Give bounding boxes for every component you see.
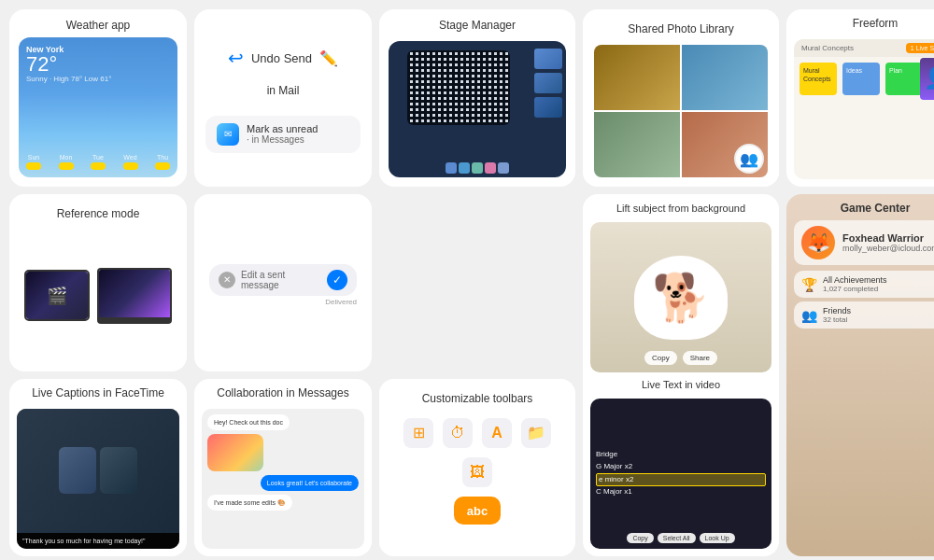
- achievements-count: 1,027 completed: [823, 285, 887, 293]
- game-center-friends-row: 👥 Friends 32 total: [794, 301, 934, 329]
- mail-feature-row: ✉ Mark as unread · in Messages: [205, 116, 361, 153]
- toolbar-icons-row: ⊞ ⏱ A 📁 🖼: [390, 414, 564, 491]
- dock-icon-3: [472, 162, 483, 174]
- cancel-edit-btn[interactable]: ✕: [219, 272, 235, 288]
- game-center-avatar: 🦊: [801, 226, 835, 259]
- video-text-content: Bridge G Major x2 e minor x2 C Major x1: [590, 443, 771, 504]
- friends-count: 32 total: [823, 315, 851, 324]
- monitor-content: 🎬: [47, 286, 67, 306]
- edit-icon: ✏️: [319, 49, 338, 67]
- facetime-main-video: [17, 409, 179, 533]
- photo-grid-1: [594, 45, 680, 110]
- facetime-person-1: [59, 447, 96, 494]
- in-messages-label: · in Messages: [247, 134, 318, 145]
- video-copy-btn[interactable]: Copy: [627, 533, 653, 543]
- video-text-toolbar: Copy Select All Look Up: [627, 533, 734, 543]
- message-image: [207, 434, 263, 471]
- freeform-preview: Mural Concepts 1 Live Sync Mural Concept…: [794, 39, 934, 179]
- facetime-persons: [59, 447, 137, 494]
- laptop-base: [97, 319, 172, 324]
- dog-silhouette: 🐕: [634, 256, 728, 340]
- video-preview: Bridge G Major x2 e minor x2 C Major x1 …: [590, 399, 771, 549]
- stage-manager-preview: [389, 41, 566, 177]
- toolbar-table-icon: ⊞: [403, 418, 433, 448]
- toolbar-clock-icon: ⏱: [443, 418, 473, 448]
- stage-manager-card: Stage Manager: [379, 9, 575, 187]
- reference-monitor: 🎬: [24, 270, 90, 321]
- delivered-label: Delivered: [209, 298, 357, 306]
- stage-thumb-3: [534, 97, 562, 118]
- reference-preview: 🎬: [24, 230, 172, 362]
- friends-label: Friends: [823, 306, 851, 315]
- collaboration-card: Collaboration in Messages Hey! Check out…: [194, 379, 372, 556]
- weather-forecast-row: Sun Mon Tue Wed Thu: [26, 154, 170, 170]
- msg-bubble-in-2: I've made some edits 🎨: [207, 495, 292, 511]
- reference-mode-card: Reference mode 🎬: [9, 194, 187, 371]
- lift-copy-btn[interactable]: Copy: [644, 351, 677, 365]
- weather-card: Weather app New York 72° Sunny · High 78…: [9, 9, 187, 187]
- photo-grid-3: [594, 112, 680, 177]
- reference-laptop-area: [97, 268, 172, 324]
- weather-day-1: Sun: [26, 154, 41, 170]
- monitor-screen: 🎬: [26, 272, 88, 319]
- undo-send-label: Undo Send: [251, 51, 312, 65]
- friends-info: Friends 32 total: [823, 306, 851, 324]
- edit-message-bubble: ✕ Edit a sent message ✓: [209, 264, 357, 296]
- game-center-player-info: Foxhead Warrior molly_weber@icloud.com: [842, 232, 934, 253]
- achievements-info: All Achievements 1,027 completed: [823, 275, 887, 293]
- facetime-person-2: [100, 447, 137, 494]
- stage-dock: [446, 162, 509, 174]
- edit-text-content[interactable]: Edit a sent message: [241, 270, 321, 290]
- facetime-caption-bar: "Thank you so much for having me today!": [17, 533, 179, 549]
- send-message-btn[interactable]: ✓: [327, 270, 347, 290]
- stage-sidebar: [534, 49, 562, 118]
- achievements-icon: 🏆: [801, 277, 817, 292]
- toolbar-abc-badge: abc: [454, 497, 501, 525]
- toolbar-text-icon: A: [482, 418, 512, 448]
- video-select-all-btn[interactable]: Select All: [658, 533, 696, 543]
- stage-thumb-1: [534, 49, 562, 69]
- freeform-canvas: Mural Concepts Ideas Plan: [794, 57, 934, 101]
- video-line2: G Major x2: [596, 461, 766, 473]
- weather-day-4: Wed: [123, 154, 138, 170]
- video-look-up-btn[interactable]: Look Up: [700, 533, 735, 543]
- reference-laptop: [97, 268, 172, 319]
- shared-photo-card: Shared Photo Library 👥: [583, 9, 779, 187]
- weather-title: Weather app: [66, 19, 131, 32]
- lift-action-buttons: Copy Share: [644, 351, 717, 365]
- weather-day-2: Mon: [59, 154, 74, 170]
- lift-share-btn[interactable]: Share: [683, 351, 717, 365]
- live-captions-title: Live Captions in FaceTime: [32, 386, 164, 401]
- qr-pattern: [407, 50, 510, 125]
- game-center-achievements-row: 🏆 All Achievements 1,027 completed: [794, 271, 934, 298]
- sticky-note-blue: Ideas: [842, 63, 880, 95]
- video-line3: e minor x2: [596, 473, 766, 487]
- stage-main-window: [407, 50, 510, 125]
- messages-preview: Hey! Check out this doc Looks great! Let…: [202, 409, 364, 549]
- toolbars-card-extra: Customizable toolbars ⊞ ⏱ A 📁 🖼 abc: [379, 379, 575, 556]
- freeform-card: Freeform Mural Concepts 1 Live Sync Mura…: [786, 9, 934, 187]
- collaboration-title: Collaboration in Messages: [217, 386, 348, 401]
- undo-icon: ↩: [228, 47, 244, 69]
- msg-bubble-in-1: Hey! Check out this doc: [207, 414, 290, 430]
- lift-subject-card: Lift subject from background 🐕 Copy Shar…: [583, 194, 779, 556]
- live-captions-card: Live Captions in FaceTime "Thank you so …: [9, 379, 187, 556]
- game-center-card: Game Center 🦊 Foxhead Warrior molly_webe…: [786, 194, 934, 556]
- mail-subtitle: in Mail: [267, 84, 300, 99]
- dock-icon-5: [498, 162, 509, 174]
- stage-manager-title: Stage Manager: [439, 19, 516, 34]
- game-center-player-name: Foxhead Warrior: [842, 232, 934, 244]
- dock-icon-1: [446, 162, 457, 174]
- dog-preview: 🐕 Copy Share: [590, 222, 771, 372]
- edit-message-card: ✕ Edit a sent message ✓ Delivered: [194, 194, 372, 371]
- freeform-share-btn[interactable]: 1 Live Sync: [906, 43, 934, 53]
- video-line1: Bridge: [596, 449, 766, 461]
- facetime-preview: "Thank you so much for having me today!": [17, 409, 179, 549]
- mail-card: ↩ Undo Send ✏️ in Mail ✉ Mark as unread …: [194, 9, 372, 187]
- game-center-player-tag: molly_weber@icloud.com: [842, 244, 934, 253]
- toolbar-folder-icon: 📁: [521, 418, 551, 448]
- facetime-caption-text: "Thank you so much for having me today!": [22, 537, 174, 545]
- reference-mode-title: Reference mode: [57, 207, 140, 222]
- dock-icon-2: [459, 162, 470, 174]
- sticky-note-yellow: Mural Concepts: [800, 63, 837, 95]
